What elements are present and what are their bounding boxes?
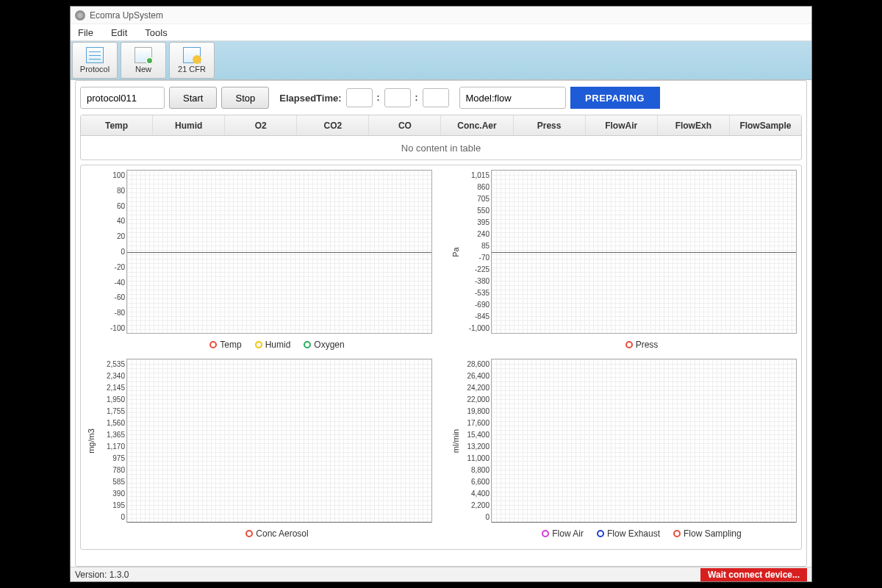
elapsed-label: ElapsedTime: — [279, 93, 341, 104]
legend-marker-icon — [597, 530, 604, 537]
column-o2[interactable]: O2 — [225, 115, 297, 135]
column-temp[interactable]: Temp — [81, 115, 153, 135]
version-label: Version: 1.3.0 — [75, 570, 129, 580]
app-title: Ecomra UpSystem — [90, 10, 163, 21]
legend-label: Temp — [220, 340, 241, 350]
charts-panel: 100806040200-20-40-60-80-100TempHumidOxy… — [80, 165, 802, 550]
legend-label: Flow Sampling — [684, 528, 742, 539]
legend-label: Oxygen — [314, 340, 344, 350]
colon2: : — [415, 93, 418, 103]
chart-0: 100806040200-20-40-60-80-100TempHumidOxy… — [85, 170, 432, 356]
legend-item[interactable]: Flow Sampling — [673, 528, 742, 539]
chart-1: Pa1,01586070555039524085-70-225-380-535-… — [450, 170, 797, 356]
new-label: New — [135, 65, 151, 74]
legend-marker-icon — [255, 341, 262, 348]
table-header: TempHumidO2CO2COConc.AerPressFlowAirFlow… — [81, 115, 801, 136]
menu-tools[interactable]: Tools — [145, 27, 167, 38]
legend: Press — [487, 334, 797, 356]
ylabel: ml/min — [450, 359, 462, 523]
plot-area[interactable] — [491, 359, 797, 523]
column-conc.aer[interactable]: Conc.Aer — [441, 115, 513, 135]
column-co2[interactable]: CO2 — [297, 115, 369, 135]
legend-label: Flow Air — [552, 528, 584, 539]
titlebar: Ecomra UpSystem — [71, 7, 811, 24]
chart-3: ml/min28,60026,40024,20022,00019,80017,6… — [450, 359, 797, 545]
protocol-button[interactable]: Protocol — [72, 42, 118, 79]
elapsed-seconds[interactable] — [423, 88, 449, 107]
statusbar: Version: 1.3.0 Wait connect device... — [71, 567, 811, 581]
plot-area[interactable] — [126, 359, 432, 523]
legend-item[interactable]: Conc Aerosol — [245, 528, 308, 539]
stop-button[interactable]: Stop — [221, 87, 269, 109]
legend: Flow AirFlow ExhaustFlow Sampling — [487, 523, 797, 545]
new-button[interactable]: New — [121, 42, 166, 79]
column-press[interactable]: Press — [514, 115, 586, 135]
yticks: 1,01586070555039524085-70-225-380-535-69… — [462, 170, 491, 334]
legend-label: Conc Aerosol — [256, 528, 308, 539]
legend-item[interactable]: Flow Air — [542, 528, 584, 539]
legend-marker-icon — [542, 530, 549, 537]
cfr-label: 21 CFR — [178, 65, 206, 74]
legend-label: Humid — [265, 340, 291, 350]
column-co[interactable]: CO — [369, 115, 441, 135]
yticks: 28,60026,40024,20022,00019,80017,60015,4… — [462, 359, 491, 523]
status-badge: PREPARING — [570, 87, 660, 109]
legend-item[interactable]: Oxygen — [304, 340, 344, 350]
legend-marker-icon — [245, 530, 253, 537]
connect-status: Wait connect device... — [700, 568, 807, 581]
control-row: Start Stop ElapsedTime: : : PREPARING — [80, 85, 802, 110]
legend-label: Flow Exhaust — [607, 528, 660, 539]
content-panel: Start Stop ElapsedTime: : : PREPARING Te… — [75, 80, 807, 567]
legend-marker-icon — [625, 341, 633, 348]
elapsed-minutes[interactable] — [384, 88, 411, 107]
model-input[interactable] — [459, 87, 566, 109]
legend-item[interactable]: Flow Exhaust — [597, 528, 660, 539]
legend-item[interactable]: Humid — [255, 340, 291, 350]
table-empty-msg: No content in table — [81, 136, 801, 159]
ylabel — [85, 170, 97, 334]
menubar: File Edit Tools — [71, 24, 811, 40]
menu-file[interactable]: File — [78, 27, 93, 38]
column-flowair[interactable]: FlowAir — [586, 115, 658, 135]
legend: Conc Aerosol — [122, 523, 432, 545]
legend-item[interactable]: Press — [625, 340, 659, 350]
ylabel: mg/m3 — [85, 359, 97, 523]
elapsed-hours[interactable] — [346, 88, 373, 107]
column-flowsample[interactable]: FlowSample — [730, 115, 801, 135]
menu-edit[interactable]: Edit — [111, 27, 127, 38]
app-icon — [75, 10, 85, 21]
protocol-name-input[interactable] — [80, 87, 165, 109]
start-button[interactable]: Start — [169, 87, 217, 109]
legend-marker-icon — [304, 341, 311, 348]
colon1: : — [377, 93, 380, 103]
plot-area[interactable] — [491, 170, 797, 334]
yticks: 100806040200-20-40-60-80-100 — [97, 170, 126, 334]
yticks: 2,5352,3402,1451,9501,7551,5601,3651,170… — [97, 359, 126, 523]
legend-label: Press — [636, 340, 659, 350]
legend-marker-icon — [673, 530, 681, 537]
column-flowexh[interactable]: FlowExh — [658, 115, 730, 135]
toolbar: Protocol New 21 CFR — [71, 40, 811, 80]
protocol-label: Protocol — [80, 65, 110, 74]
legend-marker-icon — [209, 341, 217, 348]
plot-area[interactable] — [126, 170, 432, 334]
legend: TempHumidOxygen — [122, 334, 432, 356]
cfr-button[interactable]: 21 CFR — [169, 42, 215, 79]
new-icon — [135, 47, 152, 63]
chart-2: mg/m32,5352,3402,1451,9501,7551,5601,365… — [85, 359, 432, 545]
ylabel: Pa — [450, 170, 462, 334]
legend-item[interactable]: Temp — [209, 340, 241, 350]
protocol-icon — [86, 47, 104, 63]
app-window: Ecomra UpSystem File Edit Tools Protocol… — [70, 6, 812, 582]
cfr-icon — [183, 47, 201, 63]
column-humid[interactable]: Humid — [153, 115, 225, 135]
data-table: TempHumidO2CO2COConc.AerPressFlowAirFlow… — [80, 115, 802, 160]
